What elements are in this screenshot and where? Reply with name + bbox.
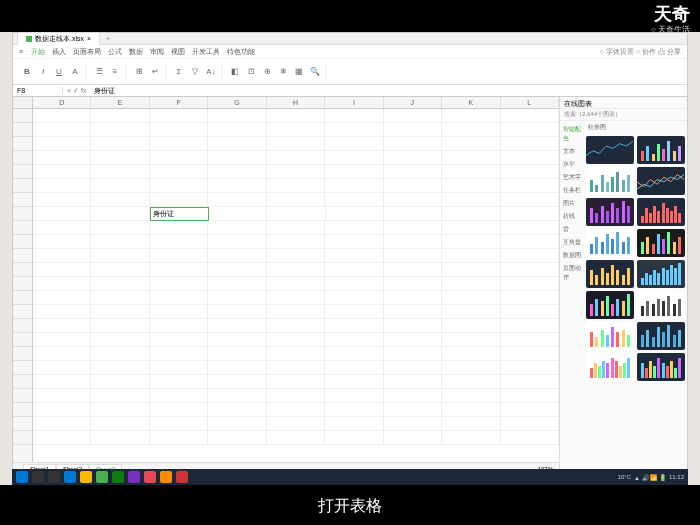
- weather-widget[interactable]: 10°C: [618, 474, 631, 480]
- row-header-20[interactable]: [13, 375, 32, 389]
- cell-H20[interactable]: [267, 375, 325, 389]
- cell-J11[interactable]: [384, 249, 442, 263]
- menu-公式[interactable]: 公式: [108, 48, 122, 55]
- cell-I22[interactable]: [325, 403, 383, 417]
- cell-K14[interactable]: [442, 291, 500, 305]
- filter-button[interactable]: ▽: [188, 65, 202, 79]
- cell-L15[interactable]: [501, 305, 559, 319]
- cell-L4[interactable]: [501, 151, 559, 165]
- cell-D12[interactable]: [33, 263, 91, 277]
- col-header-L[interactable]: L: [501, 97, 559, 108]
- cell-F2[interactable]: [150, 123, 208, 137]
- cell-K16[interactable]: [442, 319, 500, 333]
- cell-D21[interactable]: [33, 389, 91, 403]
- cell-E11[interactable]: [91, 249, 149, 263]
- col-header-K[interactable]: K: [442, 97, 500, 108]
- cell-I2[interactable]: [325, 123, 383, 137]
- cell-G6[interactable]: [208, 179, 266, 193]
- cell-J5[interactable]: [384, 165, 442, 179]
- cell-E8[interactable]: [91, 207, 149, 221]
- row-header-21[interactable]: [13, 389, 32, 403]
- cell-L24[interactable]: [501, 431, 559, 445]
- formula-input[interactable]: 身份证: [90, 86, 687, 96]
- col-header-D[interactable]: D: [33, 97, 91, 108]
- cell-D8[interactable]: [33, 207, 91, 221]
- cell-H16[interactable]: [267, 319, 325, 333]
- cell-K8[interactable]: [442, 207, 500, 221]
- cell-D14[interactable]: [33, 291, 91, 305]
- cell-I20[interactable]: [325, 375, 383, 389]
- col-header-J[interactable]: J: [384, 97, 442, 108]
- cell-G22[interactable]: [208, 403, 266, 417]
- cell-J14[interactable]: [384, 291, 442, 305]
- cell-J9[interactable]: [384, 221, 442, 235]
- category-1[interactable]: 文本: [562, 145, 582, 158]
- sort-button[interactable]: A↓: [204, 65, 218, 79]
- cell-H22[interactable]: [267, 403, 325, 417]
- cell-L20[interactable]: [501, 375, 559, 389]
- app-icon-3[interactable]: [160, 471, 172, 483]
- cell-I5[interactable]: [325, 165, 383, 179]
- cell-H21[interactable]: [267, 389, 325, 403]
- cell-I12[interactable]: [325, 263, 383, 277]
- cell-J6[interactable]: [384, 179, 442, 193]
- cell-I9[interactable]: [325, 221, 383, 235]
- cell-H13[interactable]: [267, 277, 325, 291]
- cell-J12[interactable]: [384, 263, 442, 277]
- cell-J17[interactable]: [384, 333, 442, 347]
- cell-E13[interactable]: [91, 277, 149, 291]
- chart-thumb-14[interactable]: [586, 353, 634, 381]
- cell-D11[interactable]: [33, 249, 91, 263]
- menu-视图[interactable]: 视图: [171, 48, 185, 55]
- cell-H10[interactable]: [267, 235, 325, 249]
- cell-K11[interactable]: [442, 249, 500, 263]
- cell-F3[interactable]: [150, 137, 208, 151]
- cell-J4[interactable]: [384, 151, 442, 165]
- row-header-11[interactable]: [13, 249, 32, 263]
- cell-D1[interactable]: [33, 109, 91, 123]
- chart-thumb-5[interactable]: [637, 198, 685, 226]
- category-6[interactable]: 折线: [562, 210, 582, 223]
- cell-L21[interactable]: [501, 389, 559, 403]
- cell-E20[interactable]: [91, 375, 149, 389]
- cell-H24[interactable]: [267, 431, 325, 445]
- cell-H18[interactable]: [267, 347, 325, 361]
- cell-I10[interactable]: [325, 235, 383, 249]
- category-0[interactable]: 智能配色: [562, 123, 582, 145]
- system-tray[interactable]: 10°C ▲ 🔊 📶 🔋 11:12: [618, 474, 684, 481]
- cell-G15[interactable]: [208, 305, 266, 319]
- cell-G14[interactable]: [208, 291, 266, 305]
- cell-L7[interactable]: [501, 193, 559, 207]
- cell-H3[interactable]: [267, 137, 325, 151]
- sum-button[interactable]: Σ: [172, 65, 186, 79]
- cell-H8[interactable]: [267, 207, 325, 221]
- cell-K18[interactable]: [442, 347, 500, 361]
- cell-E10[interactable]: [91, 235, 149, 249]
- cell-F18[interactable]: [150, 347, 208, 361]
- freeze-button[interactable]: ❄: [276, 65, 290, 79]
- cell-E15[interactable]: [91, 305, 149, 319]
- cell-L9[interactable]: [501, 221, 559, 235]
- cell-K21[interactable]: [442, 389, 500, 403]
- col-header-G[interactable]: G: [208, 97, 266, 108]
- chart-thumb-10[interactable]: [586, 291, 634, 319]
- row-header-10[interactable]: [13, 235, 32, 249]
- cell-G24[interactable]: [208, 431, 266, 445]
- cell-H11[interactable]: [267, 249, 325, 263]
- cell-G19[interactable]: [208, 361, 266, 375]
- cell-K3[interactable]: [442, 137, 500, 151]
- cell-E3[interactable]: [91, 137, 149, 151]
- cell-L8[interactable]: [501, 207, 559, 221]
- merge-button[interactable]: ⊞: [132, 65, 146, 79]
- document-tab[interactable]: 数据走线本.xlsx ×: [17, 32, 100, 46]
- menu-审阅[interactable]: 审阅: [150, 48, 164, 55]
- cell-F23[interactable]: [150, 417, 208, 431]
- cell-I4[interactable]: [325, 151, 383, 165]
- cell-G9[interactable]: [208, 221, 266, 235]
- cell-I24[interactable]: [325, 431, 383, 445]
- cell-G7[interactable]: [208, 193, 266, 207]
- cell-L12[interactable]: [501, 263, 559, 277]
- wps-icon[interactable]: [96, 471, 108, 483]
- chart-thumb-4[interactable]: [586, 198, 634, 226]
- cell-I11[interactable]: [325, 249, 383, 263]
